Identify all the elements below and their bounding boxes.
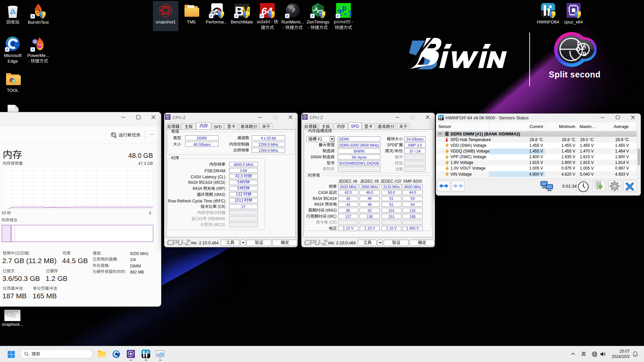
svg-text:-1: -1 [343, 9, 352, 18]
svg-text:B: B [583, 51, 587, 57]
svg-text:A: A [582, 44, 586, 49]
